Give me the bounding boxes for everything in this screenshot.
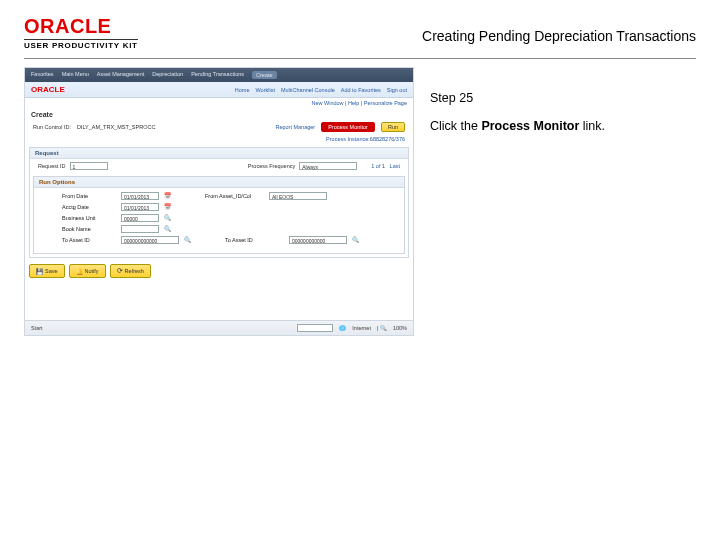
step-label: Step 25 — [430, 85, 696, 113]
instruction-prefix: Click the — [430, 119, 481, 133]
mini-link: Sign out — [387, 87, 407, 93]
mini-run-control-value: DILY_AM_TRX_MST_SPROCC — [77, 124, 155, 130]
mini-refresh-button: Refresh — [110, 264, 151, 278]
mini-request-header: Request — [30, 148, 408, 159]
mini-process-instance: Process Instance:68828276/376 — [25, 136, 413, 145]
mini-book-name-label: Book Name — [62, 226, 117, 232]
refresh-icon — [117, 267, 123, 275]
mini-save-button: Save — [29, 264, 65, 278]
mini-report-manager-link: Report Manager — [275, 124, 315, 130]
mini-business-unit-value: 00000 — [121, 214, 159, 222]
mini-to-asset2-value: 000000000000 — [289, 236, 347, 244]
mini-run-control-label: Run Control ID: — [33, 124, 71, 130]
brand-logo-text: ORACLE — [24, 16, 138, 36]
mini-taskbar-field — [297, 324, 333, 332]
mini-notify-button: Notify — [69, 264, 106, 278]
mini-row-nav: 1 of 1 Last — [371, 163, 400, 169]
mini-process-monitor-link[interactable]: Process Monitor — [321, 122, 375, 132]
mini-zoom-value: 100% — [393, 325, 407, 331]
lookup-icon: 🔍 — [163, 214, 171, 222]
header-divider — [24, 58, 696, 59]
mini-from-asset-label: From Asset_ID/Col — [205, 193, 265, 199]
mini-taskbar: Start 🌐 Internet | 🔍 100% — [25, 320, 413, 335]
disk-icon — [36, 268, 43, 275]
mini-tab: Favorites — [31, 71, 54, 79]
mini-business-unit-label: Business Unit — [62, 215, 117, 221]
mini-book-name-value — [121, 225, 159, 233]
mini-tab: Pending Transactions — [191, 71, 244, 79]
mini-from-date-label: From Date — [62, 193, 117, 199]
instruction-link-name: Process Monitor — [481, 119, 579, 133]
mini-request-id-value: 1 — [70, 162, 108, 170]
instruction-text: Click the Process Monitor link. — [430, 113, 696, 141]
mini-zoom-label: | 🔍 — [377, 325, 387, 331]
bell-icon — [76, 268, 83, 275]
mini-tab: Depreciation — [152, 71, 183, 79]
mini-acctg-date-value: 01/01/2013 — [121, 203, 159, 211]
mini-link: Worklist — [255, 87, 274, 93]
embedded-screenshot: Favorites Main Menu Asset Management Dep… — [24, 67, 414, 336]
mini-to-asset-label: To Asset ID — [62, 237, 117, 243]
mini-page-heading: Create — [25, 108, 413, 120]
mini-internet-label: Internet — [352, 325, 371, 331]
calendar-icon: 📅 — [163, 203, 171, 211]
mini-link: Add to Favorites — [341, 87, 381, 93]
mini-nav-breadcrumb: Favorites Main Menu Asset Management Dep… — [25, 68, 413, 82]
mini-start-button: Start — [31, 325, 43, 331]
instruction-panel: Step 25 Click the Process Monitor link. — [430, 67, 696, 336]
lookup-icon: 🔍 — [183, 236, 191, 244]
brand-logo-subtitle: USER PRODUCTIVITY KIT — [24, 39, 138, 50]
lookup-icon: 🔍 — [163, 225, 171, 233]
mini-to-asset-value: 000000000000 — [121, 236, 179, 244]
mini-run-button: Run — [381, 122, 405, 132]
mini-run-options-header: Run Options — [34, 177, 404, 188]
globe-icon: 🌐 — [339, 325, 346, 331]
mini-to-asset2-label: To Asset ID — [225, 237, 285, 243]
page-title: Creating Pending Depreciation Transactio… — [422, 16, 696, 44]
mini-brand-logo: ORACLE — [31, 85, 65, 94]
mini-link: MultiChannel Console — [281, 87, 335, 93]
instruction-suffix: link. — [579, 119, 605, 133]
calendar-icon: 📅 — [163, 192, 171, 200]
mini-from-date-value: 01/01/2013 — [121, 192, 159, 200]
mini-process-freq-value: Always — [299, 162, 357, 170]
mini-tab: Main Menu — [62, 71, 89, 79]
brand-logo: ORACLE USER PRODUCTIVITY KIT — [24, 16, 138, 50]
mini-tab: Asset Management — [97, 71, 144, 79]
mini-from-asset-value: All EOOS — [269, 192, 327, 200]
mini-acctg-date-label: Acctg Date — [62, 204, 117, 210]
mini-request-id-label: Request ID — [38, 163, 66, 169]
mini-tab-active: Create — [252, 71, 277, 79]
mini-window-links: New Window | Help | Personalize Page — [25, 98, 413, 108]
mini-link: Home — [235, 87, 250, 93]
mini-toplinks: Home Worklist MultiChannel Console Add t… — [235, 87, 407, 93]
lookup-icon: 🔍 — [351, 236, 359, 244]
mini-process-freq-label: Process Frequency — [248, 163, 295, 169]
